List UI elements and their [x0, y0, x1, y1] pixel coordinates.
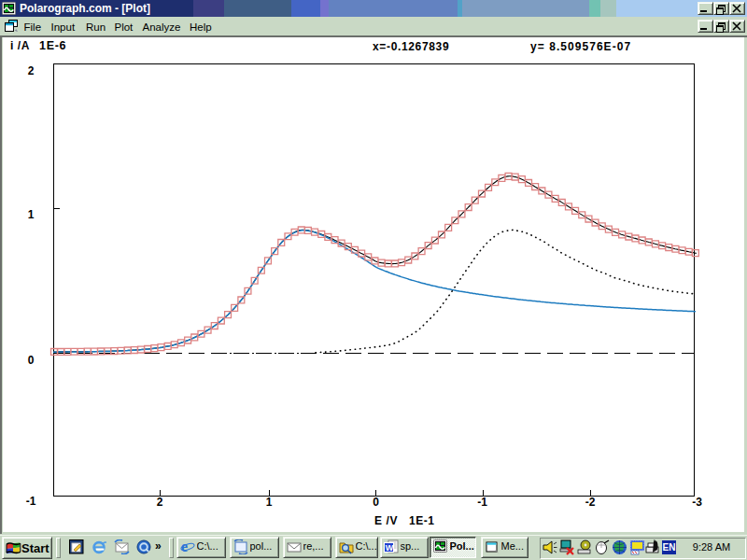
svg-text:W: W [385, 543, 393, 553]
